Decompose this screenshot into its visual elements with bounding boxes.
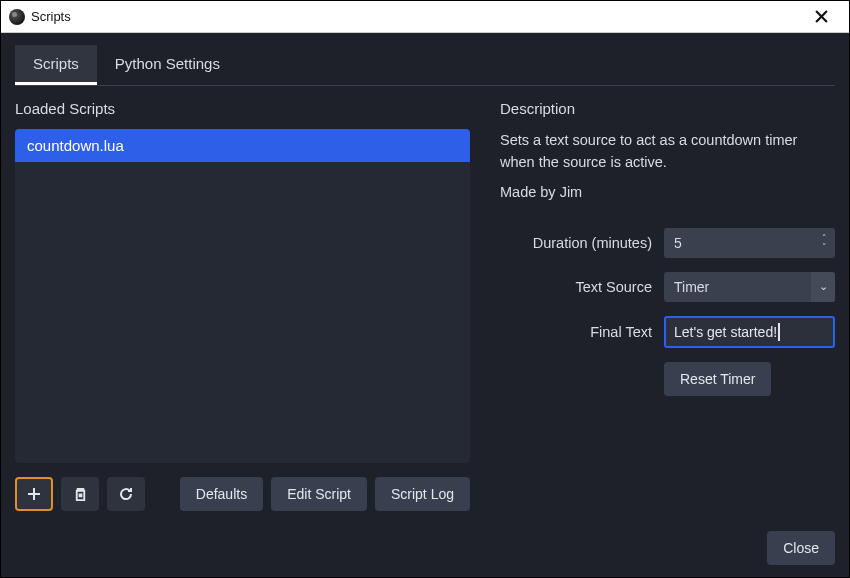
text-source-row: Text Source Timer ⌄ [500,272,835,302]
right-panel: Description Sets a text source to act as… [500,100,835,511]
description-text: Sets a text source to act as a countdown… [500,129,835,174]
main: Loaded Scripts countdown.lua Defaults [15,100,835,511]
window-title: Scripts [31,9,801,24]
duration-row: Duration (minutes) 5 ˄ ˅ [500,228,835,258]
app-icon [9,9,25,25]
final-text-row: Final Text Let's get started! [500,316,835,348]
tabs: Scripts Python Settings [15,45,835,86]
tab-python-settings[interactable]: Python Settings [97,45,238,85]
plus-icon [26,486,42,502]
script-list[interactable]: countdown.lua [15,129,470,463]
final-text-label: Final Text [500,324,664,340]
final-text-value: Let's get started! [674,324,777,340]
footer: Close [15,531,835,565]
tab-scripts[interactable]: Scripts [15,45,97,85]
text-source-value: Timer [674,279,709,295]
titlebar: Scripts [1,1,849,33]
left-actions: Defaults Edit Script Script Log [15,477,470,511]
text-cursor [778,323,780,341]
add-script-button[interactable] [15,477,53,511]
reload-scripts-button[interactable] [107,477,145,511]
author-text: Made by Jim [500,184,835,200]
reset-timer-button[interactable]: Reset Timer [664,362,771,396]
loaded-scripts-label: Loaded Scripts [15,100,470,117]
remove-script-button[interactable] [61,477,99,511]
chevron-down-icon[interactable]: ˅ [817,243,831,252]
script-item-selected[interactable]: countdown.lua [15,129,470,162]
chevron-down-icon[interactable]: ⌄ [811,272,835,302]
defaults-button[interactable]: Defaults [180,477,263,511]
close-button[interactable]: Close [767,531,835,565]
reset-row: Reset Timer [500,362,835,396]
trash-icon [73,487,88,502]
script-log-button[interactable]: Script Log [375,477,470,511]
text-source-select[interactable]: Timer ⌄ [664,272,835,302]
text-source-label: Text Source [500,279,664,295]
duration-input[interactable]: 5 ˄ ˅ [664,228,835,258]
refresh-icon [118,486,134,502]
final-text-input[interactable]: Let's get started! [664,316,835,348]
edit-script-button[interactable]: Edit Script [271,477,367,511]
content-area: Scripts Python Settings Loaded Scripts c… [1,33,849,577]
duration-label: Duration (minutes) [500,235,664,251]
duration-stepper[interactable]: ˄ ˅ [817,228,831,258]
window-close-button[interactable] [801,1,841,32]
scripts-window: Scripts Scripts Python Settings Loaded S… [0,0,850,578]
duration-value: 5 [674,235,682,251]
left-panel: Loaded Scripts countdown.lua Defaults [15,100,470,511]
description-label: Description [500,100,835,117]
